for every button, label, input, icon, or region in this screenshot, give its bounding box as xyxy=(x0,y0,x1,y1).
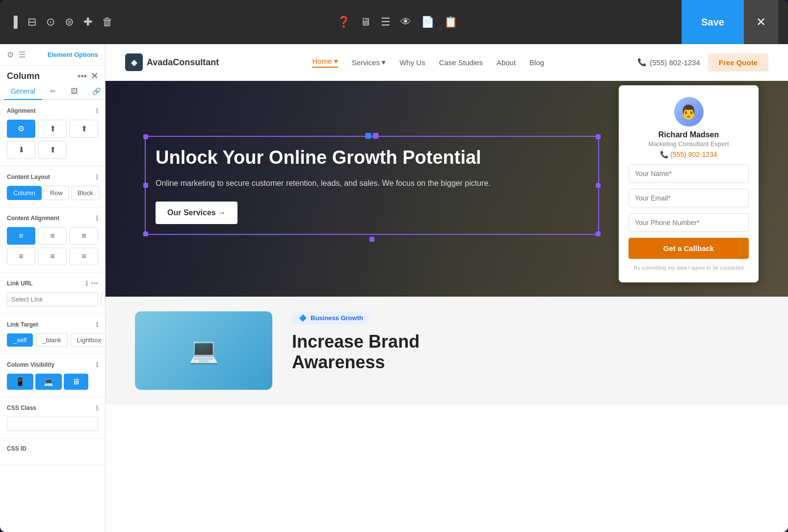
tab-style[interactable]: ✏ xyxy=(43,83,63,100)
panel-header-icons: ⚙ ☰ xyxy=(7,50,26,59)
css-class-info-icon[interactable]: ℹ xyxy=(96,404,98,412)
alignment-info-icon[interactable]: ℹ xyxy=(96,107,98,115)
nav-home[interactable]: Home ▾ xyxy=(312,57,338,68)
element-options-label: Element Options xyxy=(48,51,98,58)
column-visibility-buttons: 📱 💻 🖥 xyxy=(7,374,98,390)
align-btn-right[interactable]: ⬆ xyxy=(70,120,98,138)
handle-tr xyxy=(596,134,601,139)
consultant-name: Richard Madsen xyxy=(629,130,749,139)
link-chain-icon[interactable]: 🔗 xyxy=(101,292,105,306)
content-align-bottom-center[interactable]: ≡ xyxy=(38,248,67,265)
target-lightbox-btn[interactable]: Lightbox xyxy=(71,333,105,347)
nav-casestudies[interactable]: Case Studies xyxy=(439,58,483,67)
content-align-right[interactable]: ≡ xyxy=(70,227,98,245)
nav-services[interactable]: Services ▾ xyxy=(352,58,386,67)
align-btn-bottom[interactable]: ⬇ xyxy=(7,141,35,159)
preview-icon[interactable]: 👁 xyxy=(400,16,411,28)
tab-general[interactable]: General xyxy=(4,83,42,100)
vis-tablet-btn[interactable]: 💻 xyxy=(35,374,62,390)
settings-icon[interactable]: ⊜ xyxy=(65,16,74,28)
top-toolbar: ▐ ⊟ ⊙ ⊜ ✚ 🗑 ❓ 🖥 ☰ 👁 📄 📋 Save ✕ xyxy=(0,0,788,44)
right-content: ◈ AvadaConsultant Home ▾ Services ▾ Why … xyxy=(105,44,788,532)
content-align-center[interactable]: ≡ xyxy=(38,227,67,245)
below-hero: 💻 🔷 Business Growth Increase Brand Aware… xyxy=(105,297,788,405)
content-alignment-info-icon[interactable]: ℹ xyxy=(96,214,98,222)
hero-selected-box: Unlock Your Online Growth Potential Onli… xyxy=(145,136,599,234)
draft-icon[interactable]: 📋 xyxy=(444,16,457,28)
brand-title: Increase Brand Awareness xyxy=(292,331,759,373)
target-blank-btn[interactable]: _blank xyxy=(36,333,67,347)
phone-nav: 📞 (555) 802-1234 xyxy=(637,58,700,67)
page-icon[interactable]: 📄 xyxy=(421,16,434,28)
target-self-btn[interactable]: _self xyxy=(7,333,33,347)
phone-icon: 📞 xyxy=(637,58,647,67)
consultant-phone: 📞 (555) 802-1234 xyxy=(629,151,749,158)
email-input[interactable] xyxy=(629,189,749,207)
form-disclaimer: By submitting my data I agree to be cont… xyxy=(629,265,749,271)
site-nav-right: 📞 (555) 802-1234 Free Quote xyxy=(637,53,768,72)
layout-column-btn[interactable]: Column xyxy=(7,186,42,200)
align-btn-stretch[interactable]: ⬆ xyxy=(38,141,67,159)
content-align-left[interactable]: ≡ xyxy=(7,227,35,245)
link-target-info-icon[interactable]: ℹ xyxy=(96,321,98,329)
inbox-icon[interactable]: ⊟ xyxy=(27,16,36,28)
panel-close-icon[interactable]: ✕ xyxy=(91,71,98,81)
css-class-label: CSS Class ℹ xyxy=(7,404,98,412)
our-services-button[interactable]: Our Services → xyxy=(156,202,237,224)
layout-row-btn[interactable]: Row xyxy=(44,186,69,200)
more-options-icon[interactable]: ••• xyxy=(78,71,87,81)
nav-blog[interactable]: Blog xyxy=(529,58,544,67)
close-button[interactable]: ✕ xyxy=(744,0,778,44)
below-text: 🔷 Business Growth Increase Brand Awarene… xyxy=(292,311,759,373)
link-url-input[interactable] xyxy=(7,292,98,306)
name-input[interactable] xyxy=(629,164,749,183)
vis-desktop-btn[interactable]: 🖥 xyxy=(64,374,88,390)
align-btn-center[interactable]: ⚙ xyxy=(7,120,35,138)
content-alignment-section: Content Alignment ℹ ≡ ≡ ≡ ≡ ≡ ≡ xyxy=(0,207,105,273)
align-btn-top[interactable]: ⬆ xyxy=(38,120,67,138)
desktop-icon[interactable]: 🖥 xyxy=(360,16,371,28)
tab-responsive[interactable]: 🖼 xyxy=(64,83,84,100)
vis-mobile-btn[interactable]: 📱 xyxy=(7,374,33,390)
link-target-label: Link Target ℹ xyxy=(7,321,98,329)
hero-content: Unlock Your Online Growth Potential Onli… xyxy=(105,81,788,297)
site-logo: ◈ AvadaConsultant xyxy=(125,53,219,71)
link-url-section: Link URL ℹ ••• 🔗 xyxy=(0,273,105,314)
content-layout-info-icon[interactable]: ℹ xyxy=(96,173,98,181)
panel-title: Column ••• ✕ xyxy=(0,66,105,83)
link-url-info-icon[interactable]: ℹ xyxy=(85,279,88,287)
handle-purple xyxy=(373,133,379,139)
link-url-dots-icon[interactable]: ••• xyxy=(91,279,98,287)
tab-link[interactable]: 🔗 xyxy=(85,83,105,100)
content-alignment-label: Content Alignment ℹ xyxy=(7,214,98,222)
nav-about[interactable]: About xyxy=(497,58,516,67)
add-icon[interactable]: ✚ xyxy=(83,16,92,28)
delete-icon[interactable]: 🗑 xyxy=(102,16,113,28)
handle-bottom-center-wrapper xyxy=(145,237,599,242)
hero-text-column: Unlock Your Online Growth Potential Onli… xyxy=(145,101,599,277)
phone-input[interactable] xyxy=(629,213,749,232)
layout-icon[interactable]: ☰ xyxy=(381,16,391,28)
css-class-input[interactable] xyxy=(7,417,98,431)
free-quote-button[interactable]: Free Quote xyxy=(708,53,768,72)
list-icon[interactable]: ☰ xyxy=(19,50,26,59)
history-icon[interactable]: ⊙ xyxy=(46,16,55,28)
callback-button[interactable]: Get a Callback xyxy=(629,238,749,259)
column-visibility-info-icon[interactable]: ℹ xyxy=(96,361,98,369)
handle-tl xyxy=(143,134,148,139)
save-button[interactable]: Save xyxy=(682,0,744,44)
content-layout-section: Content Layout ℹ Column Row Block xyxy=(0,166,105,207)
column-visibility-label: Column Visibility ℹ xyxy=(7,361,98,369)
nav-whyus[interactable]: Why Us xyxy=(399,58,425,67)
toolbar-center: ❓ 🖥 ☰ 👁 📄 📋 xyxy=(337,16,457,28)
sidebar-toggle-icon[interactable]: ▐ xyxy=(10,16,18,28)
content-align-bottom-right[interactable]: ≡ xyxy=(70,248,98,265)
content-align-bottom-left[interactable]: ≡ xyxy=(7,248,35,265)
link-url-row: 🔗 xyxy=(7,292,98,306)
layout-block-btn[interactable]: Block xyxy=(71,186,100,200)
handle-bc xyxy=(369,237,374,242)
consultant-title: Marketing Consultant Expert xyxy=(629,140,749,148)
site-nav-links: Home ▾ Services ▾ Why Us Case Studies Ab… xyxy=(312,57,544,68)
gear-icon[interactable]: ⚙ xyxy=(7,50,14,59)
help-icon[interactable]: ❓ xyxy=(337,16,350,28)
